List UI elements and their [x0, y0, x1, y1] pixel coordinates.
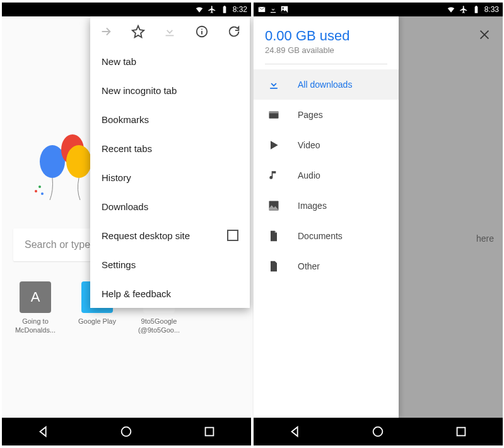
svg-rect-15 — [269, 111, 279, 113]
airplane-icon — [459, 5, 468, 14]
download-icon — [267, 78, 280, 91]
image-icon — [267, 199, 280, 212]
overflow-menu: New tab New incognito tab Bookmarks Rece… — [90, 16, 250, 308]
menu-desktop-site[interactable]: Request desktop site — [90, 221, 250, 250]
reload-icon[interactable] — [227, 25, 241, 38]
page-icon — [267, 109, 280, 121]
status-time: 8:33 — [484, 5, 499, 14]
shortcut-label: Google Play — [78, 317, 116, 326]
nav-home-icon[interactable] — [371, 425, 385, 439]
phone-right: 8:33 here 0.00 GB used 24.89 GB availabl… — [254, 3, 503, 445]
menu-incognito[interactable]: New incognito tab — [90, 76, 250, 105]
menu-recent-tabs[interactable]: Recent tabs — [90, 134, 250, 163]
cat-pages[interactable]: Pages — [254, 100, 399, 130]
forward-icon[interactable] — [99, 25, 113, 38]
download-icon[interactable] — [163, 25, 177, 38]
svg-point-17 — [373, 427, 383, 437]
image-notif-icon — [280, 5, 289, 14]
svg-point-0 — [40, 145, 65, 178]
close-icon — [478, 28, 491, 42]
status-time: 8:32 — [233, 5, 247, 14]
svg-point-3 — [38, 186, 41, 188]
wifi-icon — [447, 5, 455, 14]
menu-bookmarks[interactable]: Bookmarks — [90, 105, 250, 134]
play-icon — [267, 139, 280, 151]
shortcut-label: Going toMcDonalds... — [15, 317, 56, 335]
battery-icon — [220, 5, 229, 14]
status-bar: 8:32 — [2, 3, 251, 16]
cat-audio[interactable]: Audio — [254, 160, 399, 191]
svg-point-2 — [66, 145, 91, 178]
download-notif-icon — [269, 5, 278, 14]
downloads-drawer: 0.00 GB used 24.89 GB available All down… — [254, 16, 399, 418]
nav-recents-icon[interactable] — [454, 425, 468, 439]
menu-icon-row — [90, 16, 250, 47]
nav-recents-icon[interactable] — [202, 425, 216, 439]
nav-bar — [254, 418, 503, 445]
svg-rect-18 — [457, 428, 466, 436]
status-bar: 8:33 — [254, 3, 503, 16]
storage-used: 0.00 GB used — [265, 28, 387, 44]
storage-header: 0.00 GB used 24.89 GB available — [254, 16, 399, 69]
document-icon — [267, 230, 280, 242]
svg-point-13 — [283, 8, 284, 9]
svg-point-5 — [41, 192, 44, 195]
svg-point-8 — [201, 28, 202, 30]
gmail-icon — [257, 5, 266, 14]
cat-other[interactable]: Other — [254, 251, 399, 281]
menu-settings[interactable]: Settings — [90, 250, 250, 279]
nav-bar — [2, 418, 251, 445]
storage-available: 24.89 GB available — [265, 45, 387, 55]
airplane-icon — [208, 5, 216, 14]
battery-icon — [472, 5, 481, 14]
star-icon[interactable] — [131, 25, 145, 38]
menu-help[interactable]: Help & feedback — [90, 279, 250, 308]
shortcut-label: 9to5Google(@9to5Goo... — [138, 317, 180, 335]
nav-back-icon[interactable] — [288, 425, 302, 439]
nav-home-icon[interactable] — [119, 425, 133, 439]
file-icon — [267, 260, 280, 273]
empty-state-text: here — [476, 233, 494, 244]
svg-point-9 — [122, 427, 131, 437]
music-icon — [267, 169, 280, 182]
desktop-site-checkbox[interactable] — [227, 230, 238, 241]
svg-rect-10 — [206, 428, 214, 436]
phone-left: 8:32 Search or type UR A Going toMcDonal… — [2, 3, 251, 445]
close-button[interactable] — [478, 28, 491, 44]
nav-back-icon[interactable] — [37, 425, 50, 439]
info-icon[interactable] — [195, 25, 209, 38]
downloads-screen: here 0.00 GB used 24.89 GB available All… — [254, 16, 503, 418]
menu-downloads[interactable]: Downloads — [90, 192, 250, 221]
menu-history[interactable]: History — [90, 163, 250, 192]
svg-point-4 — [35, 190, 37, 192]
menu-new-tab[interactable]: New tab — [90, 47, 250, 76]
wifi-icon — [195, 5, 204, 14]
cat-documents[interactable]: Documents — [254, 221, 399, 251]
cat-images[interactable]: Images — [254, 191, 399, 221]
cat-all-downloads[interactable]: All downloads — [254, 69, 399, 100]
shortcut-tile: A — [20, 281, 51, 313]
shortcut-1[interactable]: A Going toMcDonalds... — [13, 281, 57, 335]
cat-video[interactable]: Video — [254, 130, 399, 160]
